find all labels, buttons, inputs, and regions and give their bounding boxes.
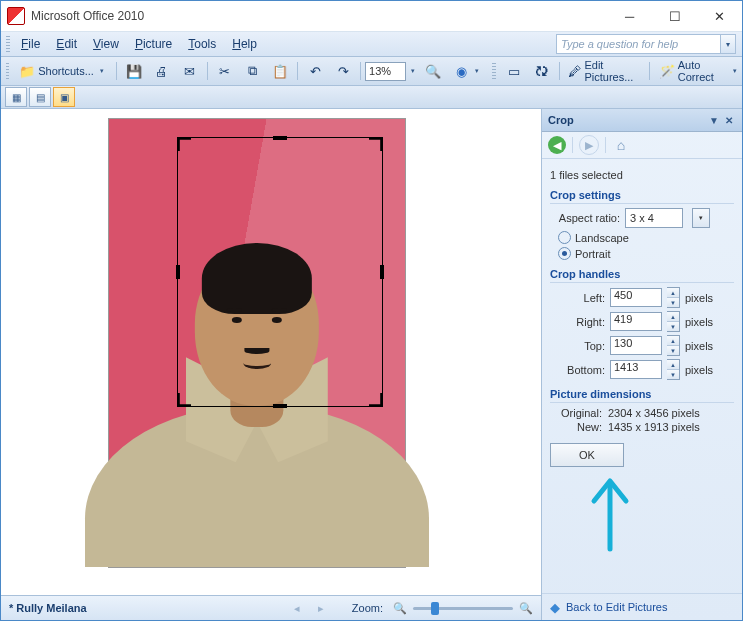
nav-forward-button[interactable]: ▶: [579, 135, 599, 155]
prev-image-button[interactable]: ◂: [290, 602, 304, 615]
crop-left-input[interactable]: 450: [610, 288, 662, 307]
zoom-label: Zoom:: [352, 602, 383, 614]
back-to-edit-link[interactable]: ◆ Back to Edit Pictures: [542, 593, 742, 620]
copy-button[interactable]: ⧉: [239, 60, 265, 82]
minimize-button[interactable]: ─: [607, 1, 652, 31]
zoom-input[interactable]: 13%: [365, 62, 406, 81]
shortcuts-button[interactable]: 📁Shortcuts...▾: [14, 60, 112, 82]
radio-icon: [558, 247, 571, 260]
task-pane-header: Crop ▼ ✕: [542, 109, 742, 132]
files-selected-label: 1 files selected: [550, 169, 734, 181]
paste-button[interactable]: 📋: [267, 60, 293, 82]
print-icon: 🖨: [154, 63, 170, 79]
redo-icon: ↷: [335, 63, 351, 79]
crop-handle-br[interactable]: [369, 393, 383, 407]
next-image-button[interactable]: ▸: [314, 602, 328, 615]
rotate-tool-button[interactable]: 🗘: [529, 60, 555, 82]
crop-left-spinner[interactable]: ▲▼: [667, 287, 680, 308]
toolbar-overflow[interactable]: ▾: [730, 67, 740, 75]
original-dim-value: 2304 x 3456 pixels: [608, 407, 700, 419]
help-search-dropdown[interactable]: ▾: [721, 34, 736, 54]
task-pane-dropdown[interactable]: ▼: [706, 115, 722, 126]
filmstrip-view-button[interactable]: ▤: [29, 87, 51, 107]
cut-button[interactable]: ✂: [211, 60, 237, 82]
crop-handle-right[interactable]: [380, 265, 384, 279]
app-logo-icon: [7, 7, 25, 25]
close-button[interactable]: ✕: [697, 1, 742, 31]
cut-icon: ✂: [216, 63, 232, 79]
new-dim-value: 1435 x 1913 pixels: [608, 421, 700, 433]
menu-file[interactable]: File: [13, 34, 48, 54]
window-title: Microsoft Office 2010: [31, 9, 607, 23]
help-icon: ◉: [453, 63, 469, 79]
crop-handle-left[interactable]: [176, 265, 180, 279]
thumbnail-view-button[interactable]: ▦: [5, 87, 27, 107]
nav-back-button[interactable]: ◀: [548, 136, 566, 154]
crop-top-input[interactable]: 130: [610, 336, 662, 355]
toolbar-grip-icon[interactable]: [6, 36, 10, 52]
zoom-slider[interactable]: [413, 607, 513, 610]
view-bar: ▦ ▤ ▣: [1, 86, 742, 109]
status-filename: * Rully Meilana: [9, 602, 87, 614]
crop-handle-bl[interactable]: [177, 393, 191, 407]
crop-selection[interactable]: [177, 137, 383, 407]
maximize-button[interactable]: ☐: [652, 1, 697, 31]
menu-edit[interactable]: Edit: [48, 34, 85, 54]
task-pane: Crop ▼ ✕ ◀ ▶ ⌂ 1 files selected Crop set…: [541, 109, 742, 620]
copy-icon: ⧉: [244, 63, 260, 79]
nav-home-button[interactable]: ⌂: [612, 136, 630, 154]
crop-top-spinner[interactable]: ▲▼: [667, 335, 680, 356]
crop-handle-top[interactable]: [273, 136, 287, 140]
toolbar-grip-icon[interactable]: [492, 63, 495, 79]
crop-bottom-input[interactable]: 1413: [610, 360, 662, 379]
menubar: File Edit View Picture Tools Help Type a…: [1, 32, 742, 57]
landscape-radio[interactable]: Landscape: [558, 231, 734, 244]
undo-button[interactable]: ↶: [302, 60, 328, 82]
menu-help[interactable]: Help: [224, 34, 265, 54]
task-pane-nav: ◀ ▶ ⌂: [542, 132, 742, 159]
aspect-ratio-dropdown-button[interactable]: ▾: [692, 208, 710, 228]
help-search-input[interactable]: Type a question for help: [556, 34, 721, 54]
menu-view[interactable]: View: [85, 34, 127, 54]
task-pane-title: Crop: [548, 114, 574, 126]
folder-icon: 📁: [19, 63, 35, 79]
single-view-button[interactable]: ▣: [53, 87, 75, 107]
radio-icon: [558, 231, 571, 244]
zoom-slider-thumb[interactable]: [431, 602, 439, 615]
zoom-out-button[interactable]: 🔍: [393, 602, 407, 615]
auto-correct-icon: 🪄: [659, 63, 675, 79]
zoom-tool-button[interactable]: 🔍: [420, 60, 446, 82]
status-bar: * Rully Meilana ◂ ▸ Zoom: 🔍 🔍: [1, 595, 541, 620]
mail-icon: ✉: [182, 63, 198, 79]
menu-picture[interactable]: Picture: [127, 34, 180, 54]
zoom-dropdown[interactable]: ▾: [408, 67, 418, 75]
toolbar-grip-icon[interactable]: [6, 63, 9, 79]
picture-canvas[interactable]: [1, 109, 541, 595]
ok-button[interactable]: OK: [550, 443, 624, 467]
edit-pictures-button[interactable]: 🖉Edit Pictures...: [563, 57, 645, 86]
crop-right-label: Right:: [550, 316, 605, 328]
magnifier-icon: 🔍: [425, 63, 441, 79]
crop-handle-tl[interactable]: [177, 137, 191, 151]
crop-bottom-spinner[interactable]: ▲▼: [667, 359, 680, 380]
titlebar: Microsoft Office 2010 ─ ☐ ✕: [1, 1, 742, 32]
portrait-radio[interactable]: Portrait: [558, 247, 734, 260]
crop-handle-tr[interactable]: [369, 137, 383, 151]
auto-correct-button[interactable]: 🪄Auto Correct: [654, 57, 728, 86]
back-arrow-icon: ◆: [550, 600, 560, 615]
crop-handle-bottom[interactable]: [273, 404, 287, 408]
crop-right-input[interactable]: 419: [610, 312, 662, 331]
zoom-in-button[interactable]: 🔍: [519, 602, 533, 615]
undo-icon: ↶: [307, 63, 323, 79]
save-button[interactable]: 💾: [121, 60, 147, 82]
help-toolbar-button[interactable]: ◉▾: [448, 60, 487, 82]
menu-tools[interactable]: Tools: [180, 34, 224, 54]
mail-button[interactable]: ✉: [177, 60, 203, 82]
task-pane-close-button[interactable]: ✕: [722, 115, 736, 126]
select-tool-button[interactable]: ▭: [501, 60, 527, 82]
print-button[interactable]: 🖨: [149, 60, 175, 82]
aspect-ratio-select[interactable]: 3 x 4: [625, 208, 683, 228]
redo-button[interactable]: ↷: [330, 60, 356, 82]
crop-right-spinner[interactable]: ▲▼: [667, 311, 680, 332]
rotate-icon: 🗘: [534, 63, 550, 79]
